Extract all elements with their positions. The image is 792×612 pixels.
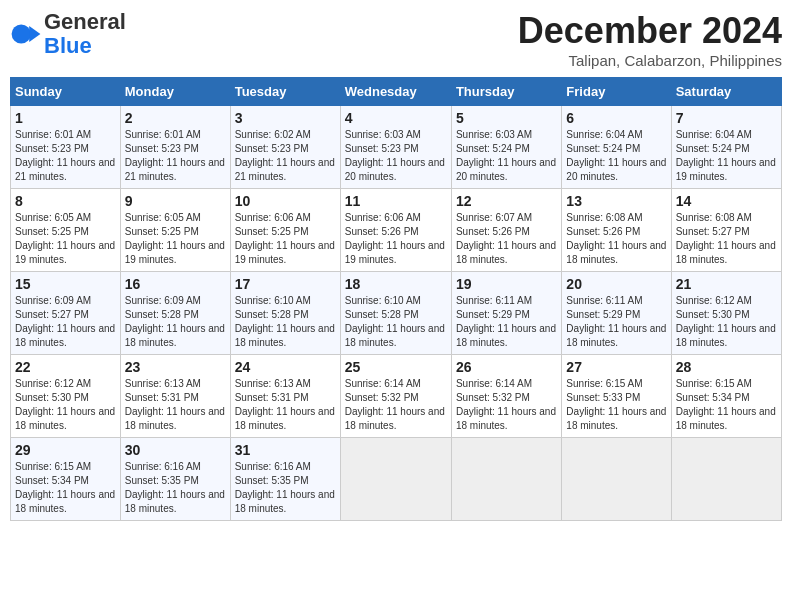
- calendar-day-cell: 14Sunrise: 6:08 AMSunset: 5:27 PMDayligh…: [671, 189, 781, 272]
- day-info: Sunrise: 6:15 AMSunset: 5:34 PMDaylight:…: [15, 461, 115, 514]
- calendar-day-cell: 29Sunrise: 6:15 AMSunset: 5:34 PMDayligh…: [11, 438, 121, 521]
- day-number: 28: [676, 359, 777, 375]
- day-info: Sunrise: 6:09 AMSunset: 5:27 PMDaylight:…: [15, 295, 115, 348]
- day-number: 21: [676, 276, 777, 292]
- day-info: Sunrise: 6:04 AMSunset: 5:24 PMDaylight:…: [566, 129, 666, 182]
- calendar-day-cell: 22Sunrise: 6:12 AMSunset: 5:30 PMDayligh…: [11, 355, 121, 438]
- title-area: December 2024 Talipan, Calabarzon, Phili…: [518, 10, 782, 69]
- logo: General Blue: [10, 10, 126, 58]
- day-info: Sunrise: 6:15 AMSunset: 5:34 PMDaylight:…: [676, 378, 776, 431]
- calendar-day-cell: 7Sunrise: 6:04 AMSunset: 5:24 PMDaylight…: [671, 106, 781, 189]
- day-number: 25: [345, 359, 447, 375]
- calendar-day-cell: 5Sunrise: 6:03 AMSunset: 5:24 PMDaylight…: [451, 106, 561, 189]
- day-number: 8: [15, 193, 116, 209]
- day-number: 20: [566, 276, 666, 292]
- calendar-header-row: SundayMondayTuesdayWednesdayThursdayFrid…: [11, 78, 782, 106]
- day-number: 30: [125, 442, 226, 458]
- day-info: Sunrise: 6:11 AMSunset: 5:29 PMDaylight:…: [566, 295, 666, 348]
- day-number: 24: [235, 359, 336, 375]
- day-number: 29: [15, 442, 116, 458]
- calendar-day-cell: 3Sunrise: 6:02 AMSunset: 5:23 PMDaylight…: [230, 106, 340, 189]
- day-info: Sunrise: 6:01 AMSunset: 5:23 PMDaylight:…: [15, 129, 115, 182]
- day-number: 14: [676, 193, 777, 209]
- day-number: 22: [15, 359, 116, 375]
- calendar-day-cell: 17Sunrise: 6:10 AMSunset: 5:28 PMDayligh…: [230, 272, 340, 355]
- day-number: 13: [566, 193, 666, 209]
- calendar-day-cell: 30Sunrise: 6:16 AMSunset: 5:35 PMDayligh…: [120, 438, 230, 521]
- calendar-day-cell: 20Sunrise: 6:11 AMSunset: 5:29 PMDayligh…: [562, 272, 671, 355]
- calendar-subtitle: Talipan, Calabarzon, Philippines: [518, 52, 782, 69]
- calendar-day-cell: [451, 438, 561, 521]
- calendar-day-cell: 25Sunrise: 6:14 AMSunset: 5:32 PMDayligh…: [340, 355, 451, 438]
- day-number: 17: [235, 276, 336, 292]
- day-info: Sunrise: 6:16 AMSunset: 5:35 PMDaylight:…: [125, 461, 225, 514]
- calendar-day-cell: 16Sunrise: 6:09 AMSunset: 5:28 PMDayligh…: [120, 272, 230, 355]
- day-info: Sunrise: 6:08 AMSunset: 5:27 PMDaylight:…: [676, 212, 776, 265]
- day-info: Sunrise: 6:07 AMSunset: 5:26 PMDaylight:…: [456, 212, 556, 265]
- logo-blue: Blue: [44, 33, 92, 58]
- day-info: Sunrise: 6:14 AMSunset: 5:32 PMDaylight:…: [456, 378, 556, 431]
- day-number: 1: [15, 110, 116, 126]
- calendar-day-cell: 1Sunrise: 6:01 AMSunset: 5:23 PMDaylight…: [11, 106, 121, 189]
- calendar-day-cell: 21Sunrise: 6:12 AMSunset: 5:30 PMDayligh…: [671, 272, 781, 355]
- day-info: Sunrise: 6:08 AMSunset: 5:26 PMDaylight:…: [566, 212, 666, 265]
- day-number: 3: [235, 110, 336, 126]
- day-number: 9: [125, 193, 226, 209]
- weekday-header: Monday: [120, 78, 230, 106]
- calendar-table: SundayMondayTuesdayWednesdayThursdayFrid…: [10, 77, 782, 521]
- day-info: Sunrise: 6:06 AMSunset: 5:26 PMDaylight:…: [345, 212, 445, 265]
- calendar-day-cell: 6Sunrise: 6:04 AMSunset: 5:24 PMDaylight…: [562, 106, 671, 189]
- calendar-week-row: 1Sunrise: 6:01 AMSunset: 5:23 PMDaylight…: [11, 106, 782, 189]
- day-info: Sunrise: 6:11 AMSunset: 5:29 PMDaylight:…: [456, 295, 556, 348]
- day-info: Sunrise: 6:02 AMSunset: 5:23 PMDaylight:…: [235, 129, 335, 182]
- day-number: 12: [456, 193, 557, 209]
- logo-text: General Blue: [44, 10, 126, 58]
- weekday-header: Wednesday: [340, 78, 451, 106]
- calendar-day-cell: 9Sunrise: 6:05 AMSunset: 5:25 PMDaylight…: [120, 189, 230, 272]
- day-number: 18: [345, 276, 447, 292]
- calendar-week-row: 8Sunrise: 6:05 AMSunset: 5:25 PMDaylight…: [11, 189, 782, 272]
- weekday-header: Thursday: [451, 78, 561, 106]
- calendar-day-cell: 19Sunrise: 6:11 AMSunset: 5:29 PMDayligh…: [451, 272, 561, 355]
- weekday-header: Saturday: [671, 78, 781, 106]
- day-info: Sunrise: 6:10 AMSunset: 5:28 PMDaylight:…: [235, 295, 335, 348]
- day-number: 23: [125, 359, 226, 375]
- calendar-day-cell: 8Sunrise: 6:05 AMSunset: 5:25 PMDaylight…: [11, 189, 121, 272]
- day-number: 4: [345, 110, 447, 126]
- day-number: 31: [235, 442, 336, 458]
- weekday-header: Sunday: [11, 78, 121, 106]
- calendar-day-cell: 31Sunrise: 6:16 AMSunset: 5:35 PMDayligh…: [230, 438, 340, 521]
- day-number: 16: [125, 276, 226, 292]
- day-number: 19: [456, 276, 557, 292]
- calendar-week-row: 15Sunrise: 6:09 AMSunset: 5:27 PMDayligh…: [11, 272, 782, 355]
- day-info: Sunrise: 6:09 AMSunset: 5:28 PMDaylight:…: [125, 295, 225, 348]
- day-number: 2: [125, 110, 226, 126]
- day-info: Sunrise: 6:12 AMSunset: 5:30 PMDaylight:…: [676, 295, 776, 348]
- calendar-day-cell: 11Sunrise: 6:06 AMSunset: 5:26 PMDayligh…: [340, 189, 451, 272]
- calendar-day-cell: [340, 438, 451, 521]
- calendar-title: December 2024: [518, 10, 782, 52]
- day-number: 11: [345, 193, 447, 209]
- day-info: Sunrise: 6:14 AMSunset: 5:32 PMDaylight:…: [345, 378, 445, 431]
- day-info: Sunrise: 6:13 AMSunset: 5:31 PMDaylight:…: [125, 378, 225, 431]
- calendar-day-cell: 13Sunrise: 6:08 AMSunset: 5:26 PMDayligh…: [562, 189, 671, 272]
- day-number: 7: [676, 110, 777, 126]
- day-number: 10: [235, 193, 336, 209]
- calendar-day-cell: 28Sunrise: 6:15 AMSunset: 5:34 PMDayligh…: [671, 355, 781, 438]
- page-header: General Blue December 2024 Talipan, Cala…: [10, 10, 782, 69]
- day-number: 5: [456, 110, 557, 126]
- logo-icon: [10, 18, 42, 50]
- calendar-day-cell: 15Sunrise: 6:09 AMSunset: 5:27 PMDayligh…: [11, 272, 121, 355]
- day-info: Sunrise: 6:05 AMSunset: 5:25 PMDaylight:…: [125, 212, 225, 265]
- day-info: Sunrise: 6:01 AMSunset: 5:23 PMDaylight:…: [125, 129, 225, 182]
- logo-general: General: [44, 9, 126, 34]
- weekday-header: Friday: [562, 78, 671, 106]
- day-info: Sunrise: 6:10 AMSunset: 5:28 PMDaylight:…: [345, 295, 445, 348]
- svg-marker-1: [29, 26, 40, 42]
- calendar-day-cell: 26Sunrise: 6:14 AMSunset: 5:32 PMDayligh…: [451, 355, 561, 438]
- calendar-day-cell: [671, 438, 781, 521]
- svg-point-0: [12, 25, 31, 44]
- day-number: 15: [15, 276, 116, 292]
- calendar-day-cell: 27Sunrise: 6:15 AMSunset: 5:33 PMDayligh…: [562, 355, 671, 438]
- calendar-day-cell: 2Sunrise: 6:01 AMSunset: 5:23 PMDaylight…: [120, 106, 230, 189]
